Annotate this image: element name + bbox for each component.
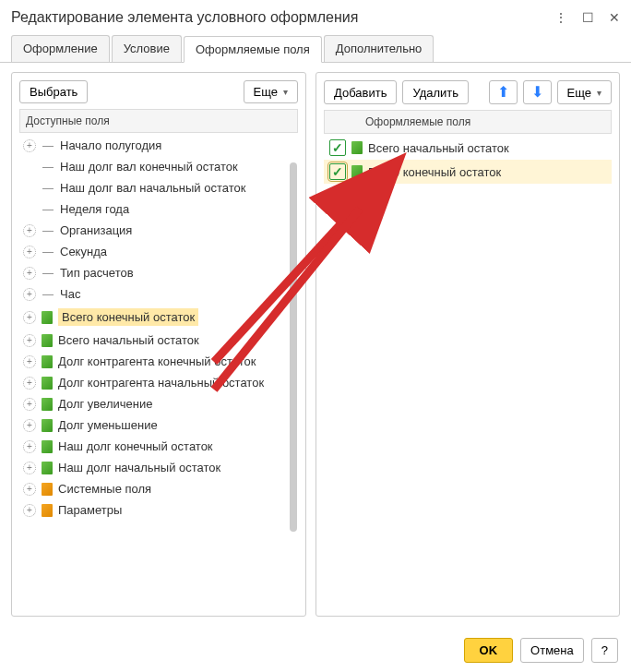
tabstrip: ОформлениеУсловиеОформляемые поляДополни… (0, 35, 631, 63)
maximize-icon[interactable]: ☐ (582, 10, 594, 25)
close-icon[interactable]: ✕ (609, 10, 620, 25)
field-icon (42, 355, 53, 368)
tab-3[interactable]: Дополнительно (324, 35, 435, 62)
expand-icon[interactable]: + (23, 377, 36, 390)
window-controls: ⋮ ☐ ✕ (554, 10, 620, 25)
more-button-left[interactable]: Еще▾ (244, 80, 298, 103)
dash-icon: — (42, 288, 54, 301)
field-icon (42, 462, 53, 474)
tab-2[interactable]: Оформляемые поля (184, 36, 322, 63)
tree-row[interactable]: +Долг увеличение (19, 393, 298, 414)
dash-icon: — (42, 161, 54, 174)
expand-icon[interactable]: + (23, 398, 36, 411)
tree-row[interactable]: +Долг контрагента начальный остаток (19, 372, 298, 393)
expand-icon[interactable]: + (23, 139, 36, 152)
available-fields-pane: Выбрать Еще▾ Доступные поля +—Начало пол… (11, 72, 306, 617)
field-icon (42, 440, 53, 453)
selected-fields-pane: Добавить Удалить ⬆ ⬇ Еще▾ Оформляемые по… (316, 72, 620, 617)
field-label: Неделя года (60, 202, 129, 216)
field-icon (351, 165, 363, 178)
field-label: Параметры (58, 503, 122, 517)
expand-icon[interactable]: + (23, 504, 36, 517)
expand-icon[interactable]: + (23, 419, 36, 432)
ok-button[interactable]: OK (464, 638, 514, 663)
field-label: Долг уменьшение (58, 418, 158, 432)
list-item[interactable]: ✓Всего начальный остаток (324, 136, 612, 160)
field-icon (42, 334, 53, 347)
more-button-right[interactable]: Еще▾ (557, 80, 612, 104)
field-label: Тип расчетов (60, 266, 134, 280)
move-down-button[interactable]: ⬇ (523, 80, 552, 104)
expand-icon[interactable]: + (23, 334, 36, 347)
field-label: Организация (60, 223, 132, 237)
selected-fields-list[interactable]: ✓Всего начальный остаток✓Всего конечный … (324, 136, 612, 608)
select-button[interactable]: Выбрать (19, 80, 88, 103)
tree-row[interactable]: +—Секунда (19, 241, 298, 262)
tree-row[interactable]: —Неделя года (19, 198, 298, 220)
selected-fields-header: Оформляемые поля (324, 110, 612, 134)
field-label: Всего конечный остаток (368, 165, 501, 179)
add-button[interactable]: Добавить (324, 80, 397, 104)
field-label: Наш долг конечный остаток (58, 439, 213, 453)
field-label: Долг увеличение (58, 397, 152, 411)
window-titlebar: Редактирование элемента условного оформл… (0, 0, 631, 35)
tree-row[interactable]: +—Час (19, 283, 298, 305)
move-up-button[interactable]: ⬆ (489, 80, 518, 104)
tree-row[interactable]: +Долг уменьшение (19, 414, 298, 436)
field-label: Долг контрагента начальный остаток (58, 376, 264, 390)
field-label: Начало полугодия (60, 138, 161, 152)
tree-row[interactable]: +—Организация (19, 220, 298, 241)
expand-spacer (23, 203, 36, 216)
expand-icon[interactable]: + (23, 462, 36, 474)
expand-icon[interactable]: + (23, 267, 36, 280)
delete-button[interactable]: Удалить (402, 80, 469, 104)
tree-row[interactable]: +Всего конечный остаток (19, 305, 298, 330)
tab-0[interactable]: Оформление (11, 35, 110, 62)
help-button[interactable]: ? (591, 638, 618, 663)
tree-row[interactable]: +Наш долг начальный остаток (19, 457, 298, 478)
field-label: Наш долг начальный остаток (58, 461, 220, 474)
expand-icon[interactable]: + (23, 355, 36, 368)
field-label: Наш долг вал начальный остаток (60, 181, 245, 195)
expand-icon[interactable]: + (23, 440, 36, 453)
field-label: Всего начальный остаток (368, 141, 509, 155)
tree-row[interactable]: +—Начало полугодия (19, 135, 298, 156)
checkbox[interactable]: ✓ (329, 163, 346, 180)
expand-icon[interactable]: + (23, 224, 36, 237)
expand-icon[interactable]: + (23, 483, 36, 496)
tree-row[interactable]: +Долг контрагента конечный остаток (19, 351, 298, 372)
dash-icon: — (42, 224, 54, 237)
field-icon (42, 311, 53, 324)
cancel-button[interactable]: Отмена (520, 638, 584, 663)
dash-icon: — (42, 139, 54, 152)
field-icon (42, 398, 53, 411)
expand-icon[interactable]: + (23, 311, 36, 324)
list-item[interactable]: ✓Всего конечный остаток (324, 160, 612, 184)
tree-row[interactable]: +Наш долг конечный остаток (19, 436, 298, 457)
expand-icon[interactable]: + (23, 246, 36, 258)
dash-icon: — (42, 203, 54, 216)
expand-icon[interactable]: + (23, 288, 36, 301)
tree-row[interactable]: +Параметры (19, 499, 298, 521)
scrollbar[interactable] (290, 162, 297, 532)
tree-row[interactable]: —Наш долг вал начальный остаток (19, 177, 298, 198)
available-fields-header: Доступные поля (19, 109, 298, 133)
available-fields-tree[interactable]: +—Начало полугодия—Наш долг вал конечный… (19, 135, 298, 608)
field-icon (42, 483, 53, 496)
field-label: Секунда (60, 245, 107, 258)
tree-row[interactable]: —Наш долг вал конечный остаток (19, 156, 298, 177)
tab-1[interactable]: Условие (112, 35, 182, 62)
checkbox[interactable]: ✓ (329, 139, 346, 156)
field-icon (42, 504, 53, 517)
window-title: Редактирование элемента условного оформл… (11, 9, 554, 26)
tree-row[interactable]: +Системные поля (19, 478, 298, 499)
tree-row[interactable]: +—Тип расчетов (19, 262, 298, 283)
field-label: Час (60, 287, 80, 301)
dash-icon: — (42, 246, 54, 258)
field-label: Наш долг вал конечный остаток (60, 160, 238, 174)
field-label: Всего начальный остаток (58, 333, 199, 347)
kebab-icon[interactable]: ⋮ (554, 10, 567, 25)
right-toolbar: Добавить Удалить ⬆ ⬇ Еще▾ (324, 80, 612, 104)
dash-icon: — (42, 267, 54, 280)
tree-row[interactable]: +Всего начальный остаток (19, 330, 298, 351)
